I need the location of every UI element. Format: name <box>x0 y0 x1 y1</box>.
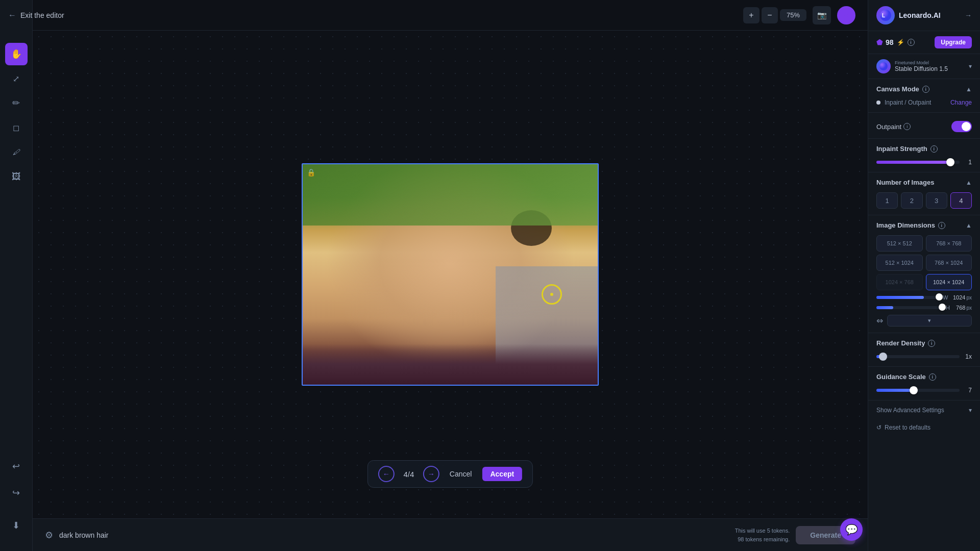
width-label: W <box>943 294 950 300</box>
redo-button[interactable]: ↪ <box>5 482 28 504</box>
token-info-icon[interactable]: i <box>908 39 915 46</box>
toggle-knob <box>962 122 971 131</box>
dim-1024x768-button[interactable]: 1024 × 768 <box>876 274 923 290</box>
dim-768x1024-button[interactable]: 768 × 1024 <box>926 255 972 271</box>
undo-button[interactable]: ↩ <box>5 455 28 478</box>
height-fill <box>876 306 893 309</box>
brush-tool-button[interactable]: ✏ <box>5 92 28 114</box>
image-dimensions-info-icon[interactable]: i <box>938 222 945 229</box>
render-density-title-text: Render Density <box>876 339 925 347</box>
image-count-4-button[interactable]: 4 <box>950 192 972 209</box>
screenshot-button[interactable]: 📷 <box>813 6 831 24</box>
inpaint-strength-section: Inpaint Strength i 1 <box>868 139 980 172</box>
number-of-images-collapse-icon[interactable]: ▲ <box>966 179 972 186</box>
height-value: 768 <box>956 305 965 311</box>
advanced-settings-label: Show Advanced Settings <box>876 407 944 414</box>
image-dimensions-collapse-icon[interactable]: ▲ <box>966 222 972 229</box>
dim-512x1024-button[interactable]: 512 × 1024 <box>876 255 923 271</box>
right-panel-header: L Leonardo.AI → <box>868 0 980 31</box>
outpaint-section: Outpaint i <box>868 113 980 139</box>
hand-tool-button[interactable]: ✋ <box>5 43 28 65</box>
nav-prev-button[interactable]: ← <box>378 466 395 482</box>
inpaint-strength-fill <box>876 161 951 164</box>
zoom-in-button[interactable]: + <box>743 7 760 23</box>
guidance-scale-fill <box>876 389 914 392</box>
inpaint-strength-slider[interactable] <box>876 161 960 164</box>
render-density-info-icon[interactable]: i <box>928 340 935 347</box>
right-user: L Leonardo.AI <box>876 6 941 24</box>
nav-cancel-button[interactable]: Cancel <box>446 468 476 480</box>
canvas-mode-info-icon[interactable]: i <box>922 86 929 93</box>
image-count-1-button[interactable]: 1 <box>876 192 898 209</box>
width-slider[interactable] <box>876 296 940 299</box>
zoom-out-button[interactable]: − <box>762 7 778 23</box>
hand-icon: ✋ <box>11 48 22 60</box>
inpaint-strength-info-icon[interactable]: i <box>930 145 938 153</box>
guidance-scale-title: Guidance Scale i <box>876 373 936 381</box>
chat-button[interactable]: 💬 <box>840 518 863 541</box>
render-density-section: Render Density i 1x <box>868 333 980 367</box>
advanced-settings-arrow: ▾ <box>969 407 972 414</box>
guidance-scale-info-icon[interactable]: i <box>929 373 936 381</box>
model-selector[interactable]: Finetuned Model Stable Diffusion 1.5 ▾ <box>868 54 980 79</box>
model-text: Finetuned Model Stable Diffusion 1.5 <box>895 60 948 72</box>
canvas-mode-collapse-icon[interactable]: ▲ <box>966 86 972 93</box>
canvas-mode-change-button[interactable]: Change <box>950 99 972 106</box>
width-thumb <box>936 293 943 300</box>
image-count-3-button[interactable]: 3 <box>926 192 947 209</box>
bg-cloth <box>303 344 598 385</box>
right-avatar: L <box>876 6 895 24</box>
image-dimensions-header: Image Dimensions i ▲ <box>876 221 972 229</box>
download-button[interactable]: ⬇ <box>5 514 28 537</box>
prompt-bar: ⚙ This will use 5 tokens. 98 tokens rema… <box>33 518 868 551</box>
render-density-thumb <box>879 353 887 361</box>
image-dimensions-title: Image Dimensions i <box>876 221 945 229</box>
transform-tool-button[interactable]: ⤢ <box>5 67 28 90</box>
height-row: H 768 px <box>876 305 972 311</box>
eraser-tool-button[interactable]: ◻ <box>5 116 28 139</box>
outpaint-title-text: Outpaint <box>876 123 901 131</box>
reset-defaults-button[interactable]: ↺ Reset to defaults <box>868 420 980 435</box>
width-value-row: 1024 px <box>953 294 972 300</box>
outpaint-info-icon[interactable]: i <box>903 123 911 130</box>
panel-collapse-button[interactable]: → <box>965 11 972 19</box>
model-name-label: Stable Diffusion 1.5 <box>895 65 948 72</box>
dim-512x512-button[interactable]: 512 × 512 <box>876 235 923 252</box>
dim-768x768-button[interactable]: 768 × 768 <box>926 235 972 252</box>
dim-1024x1024-button[interactable]: 1024 × 1024 <box>926 274 972 290</box>
reset-icon: ↺ <box>876 424 881 431</box>
canvas-image <box>303 164 598 385</box>
outpaint-toggle[interactable] <box>951 121 972 132</box>
guidance-scale-header: Guidance Scale i <box>876 373 972 381</box>
prompt-settings-icon[interactable]: ⚙ <box>45 530 53 541</box>
toolbar-bottom: ↩ ↪ ⬇ <box>5 455 28 545</box>
nav-accept-button[interactable]: Accept <box>482 467 522 481</box>
tokens-count: ⬟ 98 ⚡ i <box>876 38 915 46</box>
tokens-value: 98 <box>886 38 894 46</box>
canvas-mode-section: Canvas Mode i ▲ Inpaint / Outpaint Chang… <box>868 79 980 113</box>
svg-point-2 <box>879 62 888 70</box>
width-unit: px <box>966 295 972 300</box>
inpaint-strength-slider-row: 1 <box>876 159 972 166</box>
guidance-scale-row: 7 <box>876 387 972 394</box>
image-icon: 🖼 <box>12 171 21 182</box>
prompt-input[interactable] <box>59 531 729 539</box>
advanced-settings-button[interactable]: Show Advanced Settings ▾ <box>868 400 980 420</box>
image-count-2-button[interactable]: 2 <box>901 192 922 209</box>
pen-tool-button[interactable]: 🖊 <box>5 141 28 163</box>
guidance-scale-slider[interactable] <box>876 389 960 392</box>
token-info: This will use 5 tokens. 98 tokens remain… <box>735 527 790 543</box>
user-avatar: ● <box>837 6 855 24</box>
aspect-ratio-dropdown[interactable]: ▾ <box>887 315 972 327</box>
right-panel: L Leonardo.AI → ⬟ 98 ⚡ i Upgrade Fine <box>868 0 980 551</box>
image-tool-button[interactable]: 🖼 <box>5 165 28 188</box>
nav-next-button[interactable]: → <box>423 466 439 482</box>
render-density-slider[interactable] <box>876 355 960 358</box>
nav-counter: 4/4 <box>401 470 417 479</box>
avatar-icon: ● <box>844 11 849 20</box>
token-icon: ⬟ <box>876 38 883 46</box>
lock-icon: 🔒 <box>307 168 315 177</box>
exit-editor-button[interactable]: ← Exit the editor <box>0 0 102 31</box>
height-slider[interactable] <box>876 306 943 309</box>
upgrade-button[interactable]: Upgrade <box>935 36 972 48</box>
